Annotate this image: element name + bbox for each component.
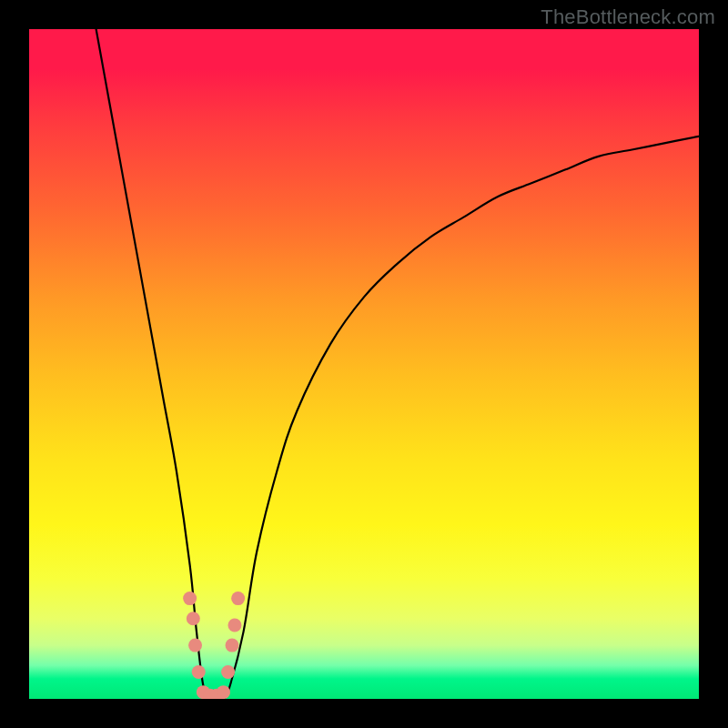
highlight-bead	[221, 665, 235, 679]
highlight-bead	[187, 612, 200, 625]
highlight-bead	[188, 639, 202, 652]
highlight-bead	[228, 619, 241, 632]
highlight-bead	[183, 592, 197, 605]
highlight-bead	[226, 639, 239, 652]
highlight-bead	[192, 665, 206, 679]
curve-layer	[29, 29, 699, 699]
watermark-text: TheBottleneck.com	[541, 5, 715, 29]
highlight-bead	[217, 685, 230, 699]
plot-area	[29, 29, 699, 699]
chart-frame: TheBottleneck.com	[0, 0, 728, 728]
highlight-beads	[183, 592, 245, 699]
highlight-bead	[231, 592, 245, 605]
